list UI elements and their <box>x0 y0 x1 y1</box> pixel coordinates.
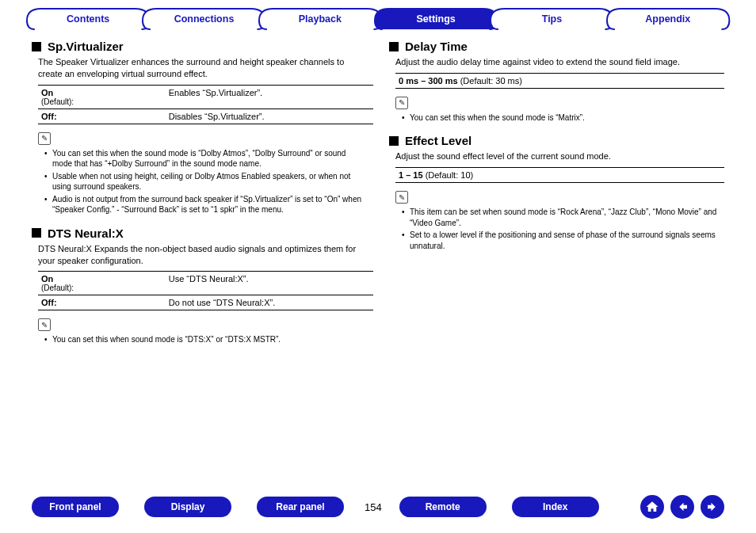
option-val: Do not use “DTS Neural:X”. <box>166 295 373 310</box>
option-val: Use “DTS Neural:X”. <box>166 272 373 295</box>
range-rest: (Default: 10) <box>423 170 474 180</box>
tab-connections[interactable]: Connections <box>141 8 266 30</box>
bottom-nav: Front panel Display Rear panel 154 Remot… <box>0 495 756 519</box>
square-bullet-icon <box>32 228 41 238</box>
tab-label: Playback <box>258 8 383 30</box>
tab-label: Appendix <box>605 8 731 30</box>
page-number: 154 <box>365 501 382 513</box>
tab-settings[interactable]: Settings <box>373 8 498 30</box>
table-row: On(Default): Use “DTS Neural:X”. <box>38 272 373 295</box>
left-column: Sp.Virtualizer The Speaker Virtualizer e… <box>32 40 367 356</box>
right-column: Delay Time Adjust the audio delay time a… <box>389 40 724 356</box>
note-item: Audio is not output from the surround ba… <box>44 194 367 215</box>
notes-list: You can set this when the sound mode is … <box>402 112 724 124</box>
range-rest: (Default: 30 ms) <box>458 76 522 86</box>
section-dts-neuralx: DTS Neural:X DTS Neural:X Expands the no… <box>32 227 367 345</box>
tab-label: Tips <box>489 8 614 30</box>
square-bullet-icon <box>32 42 41 51</box>
option-sub: (Default): <box>41 97 162 106</box>
option-key: On <box>41 274 53 284</box>
section-effect-level: Effect Level Adjust the sound effect lev… <box>389 134 724 251</box>
link-display[interactable]: Display <box>144 497 231 517</box>
section-desc: Adjust the sound effect level of the cur… <box>395 150 724 162</box>
option-val: Disables “Sp.Virtualizer”. <box>166 109 373 124</box>
note-icon: ✎ <box>395 191 408 204</box>
range-bold: 1 – 15 <box>399 170 423 180</box>
note-icon: ✎ <box>38 132 51 145</box>
option-val: Enables “Sp.Virtualizer”. <box>166 85 373 109</box>
table-row: Off: Do not use “DTS Neural:X”. <box>38 295 373 310</box>
section-delay-time: Delay Time Adjust the audio delay time a… <box>389 40 724 123</box>
note-item: Set to a lower level if the positioning … <box>402 230 724 251</box>
section-desc: DTS Neural:X Expands the non-object base… <box>38 243 367 267</box>
tab-appendix[interactable]: Appendix <box>605 8 731 30</box>
notes-list: This item can be set when sound mode is … <box>402 207 724 251</box>
notes-list: You can set this when the sound mode is … <box>44 148 367 215</box>
square-bullet-icon <box>389 42 399 51</box>
range-bold: 0 ms – 300 ms <box>399 76 458 86</box>
option-key: Off: <box>41 298 57 307</box>
link-remote[interactable]: Remote <box>399 497 487 517</box>
section-desc: The Speaker Virtualizer enhances the sur… <box>38 56 367 80</box>
square-bullet-icon <box>389 136 399 146</box>
section-title: Delay Time <box>405 40 468 53</box>
tab-label: Contents <box>25 8 151 30</box>
note-item: You can set this when the sound mode is … <box>44 148 367 169</box>
option-table: On(Default): Use “DTS Neural:X”. Off: Do… <box>38 271 373 310</box>
link-rear-panel[interactable]: Rear panel <box>257 497 344 517</box>
top-tabs: Contents Connections Playback Settings T… <box>0 0 756 30</box>
note-item: You can set this when sound mode is “DTS… <box>44 334 367 345</box>
section-title: DTS Neural:X <box>48 227 124 240</box>
tab-contents[interactable]: Contents <box>25 8 151 30</box>
section-title: Effect Level <box>405 134 472 147</box>
option-key: On <box>41 88 53 97</box>
tab-label: Connections <box>141 8 266 30</box>
section-desc: Adjust the audio delay time against vide… <box>395 56 724 68</box>
note-icon: ✎ <box>395 97 408 109</box>
note-item: This item can be set when sound mode is … <box>402 207 724 228</box>
next-icon[interactable] <box>701 495 724 519</box>
option-table: On(Default): Enables “Sp.Virtualizer”. O… <box>38 85 373 124</box>
range-box: 1 – 15 (Default: 10) <box>395 167 724 183</box>
range-box: 0 ms – 300 ms (Default: 30 ms) <box>395 73 724 89</box>
nav-icons <box>640 495 724 519</box>
link-front-panel[interactable]: Front panel <box>32 497 119 517</box>
table-row: On(Default): Enables “Sp.Virtualizer”. <box>38 85 373 109</box>
option-key: Off: <box>41 112 57 121</box>
tab-label: Settings <box>373 8 498 30</box>
notes-list: You can set this when sound mode is “DTS… <box>44 334 367 345</box>
link-index[interactable]: Index <box>512 497 599 517</box>
prev-icon[interactable] <box>670 495 694 519</box>
page-body: Sp.Virtualizer The Speaker Virtualizer e… <box>0 30 756 356</box>
home-icon[interactable] <box>640 495 664 519</box>
section-sp-virtualizer: Sp.Virtualizer The Speaker Virtualizer e… <box>32 40 367 215</box>
note-item: You can set this when the sound mode is … <box>402 112 724 124</box>
section-title: Sp.Virtualizer <box>48 40 124 53</box>
table-row: Off: Disables “Sp.Virtualizer”. <box>38 109 373 124</box>
tab-tips[interactable]: Tips <box>489 8 614 30</box>
note-item: Usable when not using height, ceiling or… <box>44 171 367 192</box>
option-sub: (Default): <box>41 284 162 292</box>
tab-playback[interactable]: Playback <box>258 8 383 30</box>
note-icon: ✎ <box>38 318 51 331</box>
